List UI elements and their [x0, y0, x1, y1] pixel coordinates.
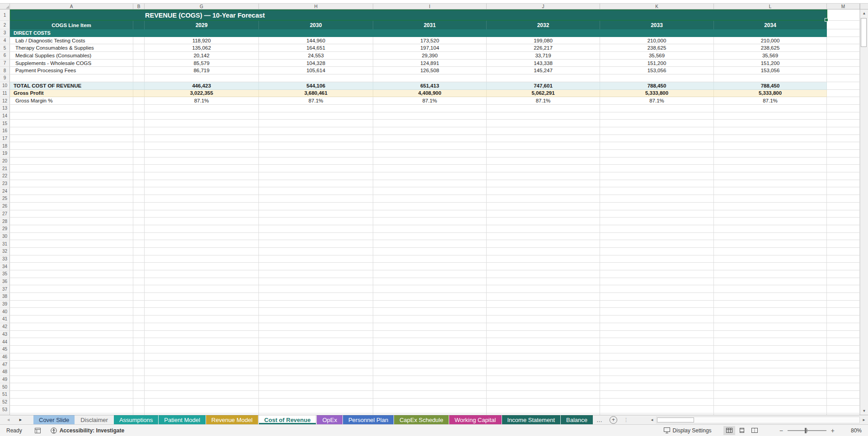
cell-G53[interactable]	[145, 406, 259, 413]
cell-K17[interactable]	[600, 135, 714, 143]
cell-B8[interactable]	[133, 67, 145, 74]
cell-I15[interactable]	[373, 120, 487, 127]
section-header-cell[interactable]: DIRECT COSTS	[10, 29, 827, 37]
cell-B33[interactable]	[133, 255, 145, 263]
cell-G11[interactable]: 3,022,355	[145, 90, 259, 97]
cell-G24[interactable]	[145, 187, 259, 195]
cell-K8[interactable]: 153,056	[600, 67, 714, 74]
cell-J45[interactable]	[487, 346, 600, 353]
cell-M45[interactable]	[827, 346, 860, 353]
cell-M50[interactable]	[827, 383, 860, 391]
cell-L9[interactable]	[714, 74, 827, 82]
cell-M20[interactable]	[827, 158, 860, 165]
row-header-29[interactable]: 29	[0, 225, 10, 233]
cell-A31[interactable]	[10, 240, 133, 248]
sheet-tab-income-statement[interactable]: Income Statement	[502, 415, 561, 424]
cell-B45[interactable]	[133, 346, 145, 353]
cell-B46[interactable]	[133, 353, 145, 361]
column-header-B[interactable]: B	[133, 4, 145, 9]
cell-G23[interactable]	[145, 180, 259, 188]
row-header-35[interactable]: 35	[0, 270, 10, 278]
sheet-tab-balance[interactable]: Balance	[561, 415, 593, 424]
cell-H27[interactable]	[259, 210, 373, 218]
cell-H41[interactable]	[259, 315, 373, 323]
row-header-21[interactable]: 21	[0, 165, 10, 172]
cell-G47[interactable]	[145, 361, 259, 368]
row-header-39[interactable]: 39	[0, 301, 10, 308]
cell-L10[interactable]: 788,450	[714, 82, 827, 90]
cell-B6[interactable]	[133, 52, 145, 60]
column-header-A[interactable]: A	[10, 4, 133, 9]
row-header-3[interactable]: 3	[0, 29, 10, 37]
row-header-14[interactable]: 14	[0, 112, 10, 120]
cell-G45[interactable]	[145, 346, 259, 353]
cell-B24[interactable]	[133, 187, 145, 195]
cell-B29[interactable]	[133, 225, 145, 233]
cell-H10[interactable]: 544,106	[259, 82, 373, 90]
row-header-47[interactable]: 47	[0, 361, 10, 368]
cell-H44[interactable]	[259, 338, 373, 346]
column-header-G[interactable]: G	[145, 4, 259, 9]
cell-B23[interactable]	[133, 180, 145, 188]
cell-K27[interactable]	[600, 210, 714, 218]
cell-B20[interactable]	[133, 158, 145, 165]
cell-J33[interactable]	[487, 255, 600, 263]
cell-H51[interactable]	[259, 391, 373, 399]
cell-I45[interactable]	[373, 346, 487, 353]
cell-J36[interactable]	[487, 278, 600, 286]
cell-H38[interactable]	[259, 293, 373, 301]
cell-B16[interactable]	[133, 127, 145, 135]
horizontal-scroll-track[interactable]	[656, 417, 860, 423]
cell-G14[interactable]	[145, 112, 259, 120]
cell-I50[interactable]	[373, 383, 487, 391]
cell-H29[interactable]	[259, 225, 373, 233]
cell-M24[interactable]	[827, 187, 860, 195]
cell-M47[interactable]	[827, 361, 860, 368]
page-layout-view-button[interactable]	[736, 426, 748, 435]
cell-H6[interactable]: 24,553	[259, 52, 373, 60]
sheet-tab-cover-slide[interactable]: Cover Slide	[33, 415, 75, 424]
cell-J42[interactable]	[487, 323, 600, 331]
row-header-10[interactable]: 10	[0, 82, 10, 90]
row-header-8[interactable]: 8	[0, 67, 10, 74]
cell-A35[interactable]	[10, 270, 133, 278]
cell-M10[interactable]	[827, 82, 860, 90]
cell-J23[interactable]	[487, 180, 600, 188]
cell-J25[interactable]	[487, 195, 600, 203]
row-header-41[interactable]: 41	[0, 315, 10, 323]
cell-J47[interactable]	[487, 361, 600, 368]
cell-B14[interactable]	[133, 112, 145, 120]
cell-I10[interactable]: 651,413	[373, 82, 487, 90]
cell-I7[interactable]: 124,891	[373, 60, 487, 67]
cell-I11[interactable]: 4,408,900	[373, 90, 487, 97]
cell-G13[interactable]	[145, 105, 259, 112]
accessibility-status[interactable]: Accessibility: Investigate	[51, 427, 124, 434]
cell-H12[interactable]: 87.1%	[259, 97, 373, 105]
cell-I39[interactable]	[373, 301, 487, 308]
cell-L53[interactable]	[714, 406, 827, 413]
cell-A37[interactable]	[10, 285, 133, 293]
cell-K13[interactable]	[600, 105, 714, 112]
cell-M46[interactable]	[827, 353, 860, 361]
cell-I48[interactable]	[373, 368, 487, 376]
row-header-50[interactable]: 50	[0, 383, 10, 391]
cell-A47[interactable]	[10, 361, 133, 368]
cell-L21[interactable]	[714, 165, 827, 172]
cell-G18[interactable]	[145, 142, 259, 150]
sheet-tab-revenue-model[interactable]: Revenue Model	[206, 415, 258, 424]
cell-J48[interactable]	[487, 368, 600, 376]
cell-M51[interactable]	[827, 391, 860, 399]
cell-M34[interactable]	[827, 263, 860, 270]
cell-J35[interactable]	[487, 270, 600, 278]
more-sheets-indicator[interactable]: …	[593, 415, 605, 424]
cell-I18[interactable]	[373, 142, 487, 150]
scroll-left-icon[interactable]: ◄	[648, 418, 656, 422]
cell-A30[interactable]	[10, 233, 133, 241]
cell-A15[interactable]	[10, 120, 133, 127]
zoom-in-button[interactable]: +	[831, 427, 835, 434]
cell-I14[interactable]	[373, 112, 487, 120]
cell-B47[interactable]	[133, 361, 145, 368]
row-header-6[interactable]: 6	[0, 52, 10, 60]
cell-G20[interactable]	[145, 158, 259, 165]
horizontal-scroll-thumb[interactable]	[657, 417, 694, 422]
